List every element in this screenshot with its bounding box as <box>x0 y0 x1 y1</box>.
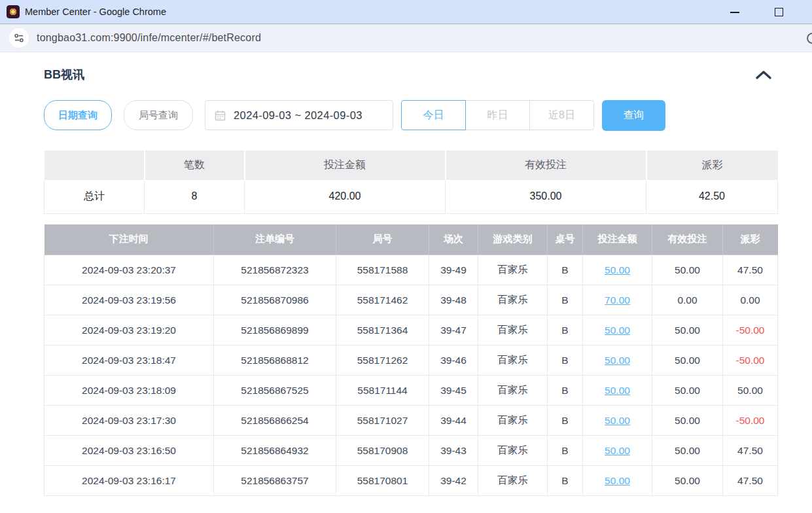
cell-bet-amount: 50.00 <box>583 466 652 496</box>
cell-bet-amount: 50.00 <box>583 315 652 345</box>
url-text[interactable]: tongbao31.com:9900/infe/mcenter/#/betRec… <box>37 32 261 44</box>
cell-round-id: 558170908 <box>336 436 429 466</box>
search-button[interactable]: 查询 <box>602 100 665 131</box>
casino-chip-icon <box>7 5 20 18</box>
yesterday-button[interactable]: 昨日 <box>465 100 530 130</box>
cell-game-type: 百家乐 <box>478 466 548 496</box>
tune-icon <box>14 33 24 43</box>
cell-round-id: 558171588 <box>336 255 429 285</box>
date-range-picker[interactable]: 2024-09-03 ~ 2024-09-03 <box>205 100 393 130</box>
cell-bet-time: 2024-09-03 23:20:37 <box>44 255 214 285</box>
cell-bet-amount: 50.00 <box>583 436 652 466</box>
filter-toolbar: 日期查询 局号查询 2024-09-03 ~ 2024-09-03 今日 昨日 … <box>44 100 777 130</box>
cell-round-id: 558171262 <box>336 345 429 376</box>
cell-valid-bet: 50.00 <box>652 436 723 466</box>
summary-header-row: 笔数 投注金额 有效投注 派彩 <box>44 150 778 180</box>
cell-bet-amount: 70.00 <box>583 285 652 315</box>
cell-table-no: B <box>548 315 583 345</box>
bet-amount-link[interactable]: 50.00 <box>605 264 630 275</box>
column-header-payout: 派彩 <box>723 224 778 255</box>
cell-valid-bet: 50.00 <box>652 376 723 406</box>
cell-bet-amount: 50.00 <box>583 406 652 436</box>
cell-game-type: 百家乐 <box>478 406 548 436</box>
panel-header: BB视讯 <box>44 67 777 82</box>
cell-payout: 50.00 <box>723 376 778 406</box>
cell-round-id: 558171144 <box>336 376 429 406</box>
cell-session: 39-43 <box>429 436 478 466</box>
summary-total-row: 总计 8 420.00 350.00 42.50 <box>44 180 778 213</box>
summary-total-count: 8 <box>145 180 245 213</box>
column-header-table-no: 桌号 <box>548 224 583 255</box>
table-row: 2024-09-03 23:16:17521856863757558170801… <box>44 466 778 496</box>
today-button[interactable]: 今日 <box>401 100 466 130</box>
bet-amount-link[interactable]: 50.00 <box>605 445 630 456</box>
column-header-game-type: 游戏类别 <box>478 224 548 255</box>
cell-bet-amount: 50.00 <box>583 376 652 406</box>
table-row: 2024-09-03 23:17:30521856866254558171027… <box>44 406 778 436</box>
cell-valid-bet: 50.00 <box>652 466 723 496</box>
cell-session: 39-47 <box>429 315 478 345</box>
cell-game-type: 百家乐 <box>478 436 548 466</box>
chevron-up-icon <box>755 70 772 80</box>
window-title: Member Center - Google Chrome <box>25 7 166 17</box>
cell-bet-time: 2024-09-03 23:18:09 <box>44 376 214 406</box>
cell-table-no: B <box>548 285 583 315</box>
column-header-bet-amount: 投注金额 <box>583 224 652 255</box>
cell-payout: 47.50 <box>723 466 778 496</box>
cell-bet-time: 2024-09-03 23:18:47 <box>44 345 214 376</box>
summary-total-payout: 42.50 <box>646 180 778 213</box>
cell-payout: 47.50 <box>723 436 778 466</box>
table-row: 2024-09-03 23:18:47521856868812558171262… <box>44 345 778 376</box>
cell-game-type: 百家乐 <box>478 315 548 345</box>
cell-round-id: 558171462 <box>336 285 429 315</box>
summary-header-payout: 派彩 <box>646 150 778 180</box>
cell-game-type: 百家乐 <box>478 255 548 285</box>
cell-game-type: 百家乐 <box>478 285 548 315</box>
bet-amount-link[interactable]: 50.00 <box>605 415 630 426</box>
bet-record-table: 下注时间注单编号局号场次游戏类别桌号投注金额有效投注派彩 2024-09-03 … <box>44 224 778 497</box>
round-query-tab[interactable]: 局号查询 <box>124 100 193 130</box>
cell-bet-id: 521856869899 <box>214 315 336 345</box>
bet-amount-link[interactable]: 50.00 <box>605 385 630 396</box>
cell-session: 39-42 <box>429 466 478 496</box>
cell-bet-id: 521856863757 <box>214 466 336 496</box>
last-8-days-button[interactable]: 近8日 <box>529 100 594 130</box>
cell-session: 39-48 <box>429 285 478 315</box>
date-range-value: 2024-09-03 ~ 2024-09-03 <box>234 109 362 122</box>
column-header-bet-time: 下注时间 <box>44 224 214 255</box>
cell-table-no: B <box>548 466 583 496</box>
cell-round-id: 558171027 <box>336 406 429 436</box>
cell-table-no: B <box>548 436 583 466</box>
collapse-panel-button[interactable] <box>755 70 772 80</box>
cell-payout: 47.50 <box>723 255 778 285</box>
bet-amount-link[interactable]: 70.00 <box>605 294 630 306</box>
cell-valid-bet: 50.00 <box>652 406 723 436</box>
cell-payout: -50.00 <box>723 345 778 376</box>
site-settings-button[interactable] <box>9 28 29 48</box>
summary-header-bet-amount: 投注金额 <box>245 150 446 180</box>
cell-bet-time: 2024-09-03 23:16:17 <box>44 466 214 496</box>
table-row: 2024-09-03 23:19:56521856870986558171462… <box>44 285 778 315</box>
bet-amount-link[interactable]: 50.00 <box>605 325 630 336</box>
urlbar-right-icon-partial[interactable] <box>807 33 812 44</box>
cell-bet-amount: 50.00 <box>583 255 652 285</box>
table-row: 2024-09-03 23:19:20521856869899558171364… <box>44 315 778 345</box>
maximize-icon <box>775 8 783 16</box>
cell-table-no: B <box>548 345 583 376</box>
bet-amount-link[interactable]: 50.00 <box>605 475 630 486</box>
calendar-icon <box>215 110 226 121</box>
cell-table-no: B <box>548 255 583 285</box>
cell-payout: -50.00 <box>723 315 778 345</box>
window-titlebar: Member Center - Google Chrome <box>0 0 812 24</box>
cell-bet-id: 521856872323 <box>214 255 336 285</box>
minimize-button[interactable] <box>730 12 739 13</box>
cell-table-no: B <box>548 406 583 436</box>
cell-bet-id: 521856867525 <box>214 376 336 406</box>
cell-session: 39-46 <box>429 345 478 376</box>
maximize-button[interactable] <box>775 8 783 16</box>
date-query-tab[interactable]: 日期查询 <box>44 100 112 130</box>
cell-bet-time: 2024-09-03 23:17:30 <box>44 406 214 436</box>
cell-valid-bet: 50.00 <box>652 315 723 345</box>
summary-total-bet-amount: 420.00 <box>245 180 446 213</box>
bet-amount-link[interactable]: 50.00 <box>605 355 630 366</box>
